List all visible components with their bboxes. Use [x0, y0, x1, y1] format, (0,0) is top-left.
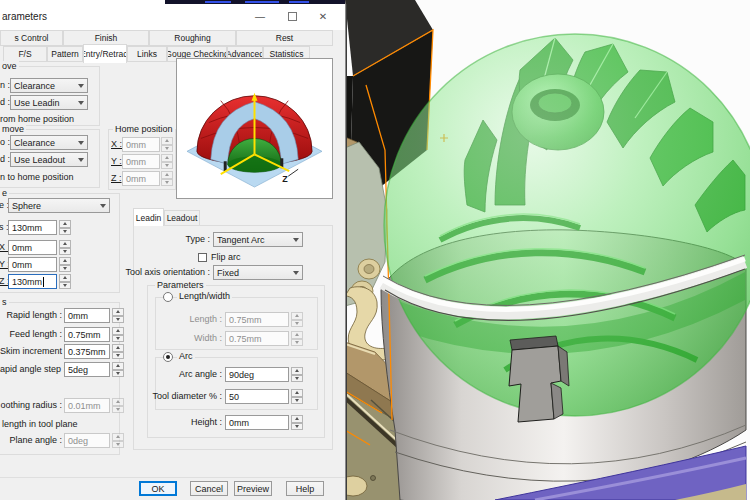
- tab-leadout[interactable]: Leadout: [164, 210, 200, 226]
- plane-angle-input[interactable]: 0deg: [64, 433, 110, 448]
- tab-roughing[interactable]: Roughing: [149, 30, 236, 46]
- spin-down-icon: [112, 406, 124, 414]
- arc-angle-input[interactable]: 90deg: [225, 367, 289, 382]
- home-y-input[interactable]: 0mm: [122, 154, 160, 169]
- length-spinner[interactable]: [291, 312, 303, 327]
- maximize-icon[interactable]: [284, 9, 300, 24]
- tab-rest[interactable]: Rest: [236, 30, 333, 46]
- smoothing-radius-input[interactable]: 0.01mm: [64, 398, 110, 413]
- length-width-label: Length/width: [177, 291, 232, 301]
- preview-z-label: Z: [282, 174, 288, 184]
- width-input[interactable]: 0.75mm: [225, 331, 289, 346]
- feed-length-label: Feed length :: [0, 327, 62, 342]
- home-z-input[interactable]: 0mm: [122, 171, 160, 186]
- skim-increment-spinner[interactable]: [112, 344, 124, 359]
- width-spinner[interactable]: [291, 331, 303, 346]
- length-width-radio[interactable]: [163, 292, 173, 302]
- dialog-titlebar[interactable]: arameters — ✕: [0, 4, 345, 30]
- minimize-icon[interactable]: —: [252, 9, 268, 24]
- rapid-length-input[interactable]: 0mm: [64, 308, 110, 323]
- help-button[interactable]: Help: [286, 481, 324, 496]
- spin-down-icon: [291, 375, 303, 383]
- safe-x-input[interactable]: 0mm: [8, 240, 57, 255]
- home-z-label: Z :: [111, 171, 122, 186]
- cancel-button[interactable]: Cancel: [190, 481, 228, 496]
- approach-label: n :: [0, 78, 10, 93]
- spin-up-icon: [59, 257, 71, 265]
- method-label: d :: [0, 95, 10, 110]
- spin-down-icon: [59, 265, 71, 273]
- spin-up-icon: [291, 415, 303, 423]
- length-input[interactable]: 0.75mm: [225, 312, 289, 327]
- arc-radio[interactable]: [163, 352, 173, 362]
- last-move-to-combo[interactable]: Clearance: [10, 135, 88, 150]
- radius-input[interactable]: 130mm: [8, 220, 57, 235]
- spin-down-icon: [112, 441, 124, 449]
- safe-z-spinner[interactable]: [59, 274, 71, 289]
- home-x-spinner[interactable]: [161, 137, 173, 152]
- spin-down-icon: [112, 352, 124, 360]
- preview-button[interactable]: Preview: [234, 481, 272, 496]
- last-move-method-combo[interactable]: Use Leadout: [10, 152, 88, 167]
- chevron-down-icon: [78, 84, 84, 88]
- first-move-approach-combo[interactable]: Clearance: [10, 78, 88, 93]
- home-z-spinner[interactable]: [161, 171, 173, 186]
- ok-button[interactable]: OK: [139, 481, 177, 496]
- chevron-down-icon: [100, 204, 106, 208]
- chevron-down-icon: [78, 101, 84, 105]
- radius-spinner[interactable]: [59, 220, 71, 235]
- tool-axis-label: Tool axis orientation :: [110, 265, 210, 280]
- chevron-down-icon: [78, 158, 84, 162]
- safe-y-input[interactable]: 0mm: [8, 257, 57, 272]
- safe-z-input[interactable]: 130mm: [8, 274, 57, 289]
- tab-entry-retract[interactable]: Entry/Retract: [83, 44, 127, 63]
- smoothing-radius-label: oothing radius :: [0, 398, 62, 413]
- footer-divider: [0, 477, 345, 478]
- home-position-legend: Home position: [113, 124, 175, 134]
- background-blue-mark: [289, 1, 309, 3]
- tool-diameter-input[interactable]: 50: [225, 389, 289, 404]
- spin-up-icon: [161, 154, 173, 162]
- safe-area-type-combo[interactable]: Sphere: [8, 198, 110, 213]
- height-input[interactable]: 0mm: [225, 415, 289, 430]
- plane-angle-label: Plane angle :: [0, 433, 62, 448]
- spin-up-icon: [291, 331, 303, 339]
- to-home-position-label: n to home position: [0, 170, 74, 185]
- first-move-legend: ove: [0, 61, 19, 71]
- spin-up-icon: [59, 274, 71, 282]
- tab-leadin[interactable]: Leadin: [133, 208, 164, 226]
- tab-fs[interactable]: F/S: [3, 46, 47, 62]
- first-move-method-combo[interactable]: Use Leadin: [10, 95, 88, 110]
- height-spinner[interactable]: [291, 415, 303, 430]
- width-label: Width :: [122, 331, 222, 346]
- chevron-down-icon: [293, 271, 299, 275]
- length-label: Length :: [122, 312, 222, 327]
- home-x-input[interactable]: 0mm: [122, 137, 160, 152]
- tool-plane-label: length in tool plane: [2, 417, 78, 432]
- tool-axis-combo[interactable]: Fixed: [213, 265, 303, 280]
- arc-angle-spinner[interactable]: [291, 367, 303, 382]
- tab-pattern[interactable]: Pattern: [47, 46, 83, 62]
- tab-control[interactable]: s Control: [0, 30, 63, 46]
- skim-increment-input[interactable]: 0.375mm: [64, 344, 110, 359]
- spin-down-icon: [59, 248, 71, 256]
- leadin-type-combo[interactable]: Tangent Arc: [213, 232, 303, 247]
- close-icon[interactable]: ✕: [315, 9, 331, 24]
- flip-arc-checkbox[interactable]: [198, 253, 207, 262]
- feed-length-input[interactable]: 0.75mm: [64, 327, 110, 342]
- 3d-viewport[interactable]: [345, 0, 750, 500]
- tab-links[interactable]: Links: [127, 46, 167, 62]
- preview-dome-graphic: Z: [177, 59, 332, 198]
- dialog-title: arameters: [2, 11, 47, 22]
- safe-y-spinner[interactable]: [59, 257, 71, 272]
- spin-up-icon: [59, 220, 71, 228]
- tool-diameter-spinner[interactable]: [291, 389, 303, 404]
- plane-angle-spinner[interactable]: [112, 433, 124, 448]
- spin-up-icon: [161, 137, 173, 145]
- spin-down-icon: [291, 339, 303, 347]
- safe-x-spinner[interactable]: [59, 240, 71, 255]
- spin-down-icon: [291, 423, 303, 431]
- home-y-spinner[interactable]: [161, 154, 173, 169]
- chevron-down-icon: [78, 141, 84, 145]
- rapid-angle-step-input[interactable]: 5deg: [64, 362, 110, 377]
